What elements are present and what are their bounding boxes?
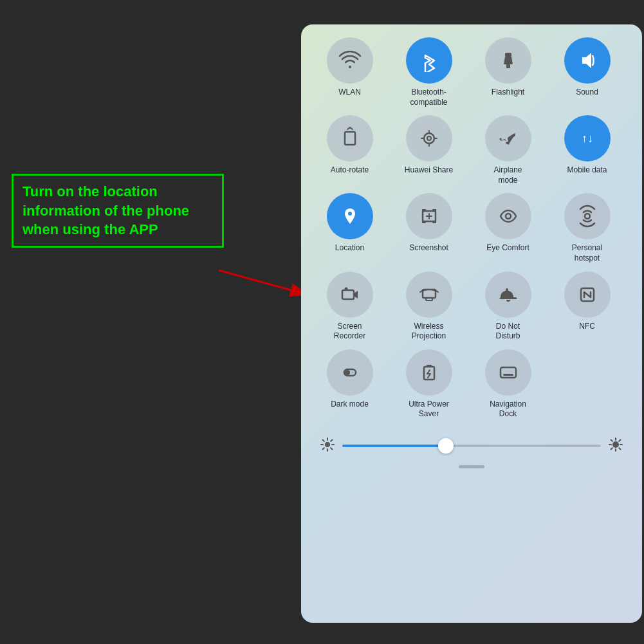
control-location[interactable]: Location: [313, 193, 387, 263]
svg-point-20: [345, 370, 350, 375]
control-wirelessprojection[interactable]: WirelessProjection: [392, 271, 466, 342]
wlan-circle[interactable]: [327, 37, 373, 84]
bluetooth-icon: [418, 49, 441, 72]
svg-point-26: [325, 442, 330, 447]
svg-line-34: [323, 448, 324, 449]
annotation-box: Turn on the location information of the …: [12, 174, 224, 248]
personalhotspot-circle[interactable]: [564, 193, 611, 239]
wlan-icon: [338, 49, 362, 72]
flashlight-label: Flashlight: [492, 87, 524, 98]
svg-point-8: [348, 212, 352, 216]
svg-point-12: [506, 214, 511, 219]
wirelessprojection-circle[interactable]: [406, 271, 452, 318]
wirelessprojection-label: WirelessProjection: [412, 322, 446, 342]
brightness-slider-thumb[interactable]: [438, 438, 454, 454]
airplane-circle[interactable]: [485, 115, 531, 161]
svg-line-32: [331, 448, 332, 449]
mobiledata-circle[interactable]: ↑↓: [564, 115, 611, 161]
brightness-high-icon: [609, 437, 623, 455]
svg-point-15: [344, 287, 347, 290]
control-bluetooth[interactable]: Bluetooth-compatible: [392, 37, 466, 107]
phone-panel: WLAN Bluetooth-compatible Flashlight: [301, 24, 642, 623]
svg-rect-2: [505, 53, 511, 57]
navigationdock-icon: [497, 361, 520, 384]
control-darkmode[interactable]: Dark mode: [313, 349, 387, 419]
svg-line-40: [611, 439, 612, 441]
control-mobiledata[interactable]: ↑↓ Mobile data: [550, 115, 624, 185]
eyecomfort-icon: [497, 205, 520, 228]
darkmode-circle[interactable]: [327, 349, 373, 396]
svg-line-41: [619, 448, 620, 449]
svg-line-43: [611, 448, 612, 449]
brightness-slider-track[interactable]: [342, 445, 601, 447]
control-airplane[interactable]: Airplanemode: [471, 115, 545, 185]
control-donotdisturb[interactable]: Do NotDisturb: [471, 271, 545, 342]
bluetooth-circle[interactable]: [406, 37, 452, 84]
donotdisturb-circle[interactable]: [485, 271, 531, 318]
eyecomfort-label: Eye Comfort: [486, 243, 529, 253]
brightness-low-icon: [320, 437, 335, 455]
svg-rect-23: [427, 365, 432, 367]
svg-line-31: [323, 439, 324, 441]
darkmode-label: Dark mode: [331, 400, 369, 410]
control-screenrecorder[interactable]: ScreenRecorder: [313, 271, 387, 342]
sound-circle[interactable]: [564, 37, 611, 84]
control-nfc[interactable]: NFC: [550, 271, 624, 342]
screenrecorder-label: ScreenRecorder: [334, 322, 365, 342]
control-wlan[interactable]: WLAN: [313, 37, 387, 107]
svg-point-5: [424, 133, 434, 143]
autorotate-circle[interactable]: [327, 115, 373, 161]
location-label: Location: [335, 243, 364, 253]
location-icon: [338, 205, 362, 228]
control-huaweishare[interactable]: Huawei Share: [392, 115, 466, 185]
svg-point-35: [612, 441, 619, 448]
control-autorotate[interactable]: Auto-rotate: [313, 115, 387, 185]
control-navigationdock[interactable]: NavigationDock: [471, 349, 545, 419]
brightness-row: [308, 426, 636, 460]
flashlight-circle[interactable]: [485, 37, 531, 84]
svg-rect-25: [503, 374, 513, 376]
flashlight-icon: [497, 49, 520, 72]
svg-rect-16: [423, 290, 436, 298]
mobiledata-label: Mobile data: [567, 165, 607, 176]
donotdisturb-icon: [497, 283, 520, 306]
controls-row-2: Auto-rotate Huawei Share Airplanemode: [308, 115, 636, 185]
nfc-label: NFC: [579, 322, 595, 332]
bottom-indicator: [459, 465, 484, 468]
darkmode-icon: [338, 361, 362, 384]
screenshot-circle[interactable]: [406, 193, 452, 239]
svg-point-21: [351, 371, 353, 373]
navigationdock-circle[interactable]: [485, 349, 531, 396]
controls-row-5: Dark mode Ultra PowerSaver NavigationDoc…: [308, 349, 636, 419]
screenrecorder-circle[interactable]: [327, 271, 373, 318]
control-sound[interactable]: Sound: [550, 37, 624, 107]
location-circle[interactable]: [327, 193, 373, 239]
control-eyecomfort[interactable]: Eye Comfort: [471, 193, 545, 263]
autorotate-label: Auto-rotate: [331, 165, 369, 176]
control-personalhotspot[interactable]: Personalhotspot: [550, 193, 624, 263]
huaweishare-label: Huawei Share: [405, 165, 453, 176]
svg-line-42: [619, 439, 620, 441]
svg-line-33: [331, 439, 332, 441]
huaweishare-circle[interactable]: [406, 115, 452, 161]
svg-line-1: [219, 270, 308, 295]
airplane-label: Airplanemode: [493, 165, 522, 185]
control-screenshot[interactable]: Screenshot: [392, 193, 466, 263]
nfc-circle[interactable]: [564, 271, 611, 318]
eyecomfort-circle[interactable]: [485, 193, 531, 239]
sound-label: Sound: [576, 87, 598, 98]
ultrapowersaver-label: Ultra PowerSaver: [409, 400, 449, 419]
svg-rect-4: [345, 132, 355, 145]
personalhotspot-label: Personalhotspot: [572, 243, 602, 263]
bluetooth-label: Bluetooth-compatible: [410, 87, 447, 107]
mobiledata-icon: ↑↓: [576, 127, 599, 150]
svg-rect-17: [426, 298, 432, 300]
controls-row-4: ScreenRecorder WirelessProjection Do Not…: [308, 271, 636, 342]
screenshot-icon: [418, 205, 441, 228]
wirelessprojection-icon: [418, 283, 441, 306]
sound-icon: [576, 49, 599, 72]
control-ultrapowersaver[interactable]: Ultra PowerSaver: [392, 349, 466, 419]
nfc-icon: [576, 283, 599, 306]
ultrapowersaver-circle[interactable]: [406, 349, 452, 396]
control-flashlight[interactable]: Flashlight: [471, 37, 545, 107]
